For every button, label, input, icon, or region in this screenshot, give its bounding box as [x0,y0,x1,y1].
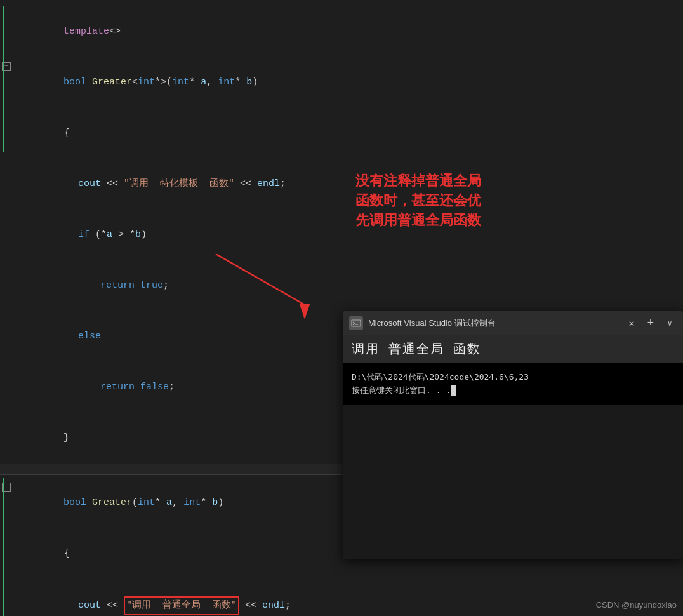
terminal-body: D:\代码\2024代码\2024code\2024.6\6,23 按任意键关闭… [343,363,683,405]
svg-rect-1 [352,320,361,326]
code-line: } [0,413,355,464]
code-line: return true; [0,260,355,311]
code-line-highlighted: cout << "调用 普通全局 函数" << endl; [0,579,355,616]
annotation: 没有注释掉普通全局函数时，甚至还会优先调用普通全局函数 [355,171,533,230]
code-line: { [0,528,355,579]
annotation-text: 没有注释掉普通全局函数时，甚至还会优先调用普通全局函数 [355,171,533,230]
code-line: template<> [0,6,355,57]
cursor [451,385,456,396]
section-separator [0,464,355,475]
section2: − bool Greater(int* a, int* b) { cout <<… [0,475,355,616]
terminal-title: Microsoft Visual Studio 调试控制台 [368,318,620,329]
code-line: if (*a > *b) [0,210,355,260]
code-line: cout << "调用 特化模板 函数" << endl; [0,159,355,210]
terminal-titlebar: Microsoft Visual Studio 调试控制台 ✕ + ∨ [343,311,683,335]
close-button[interactable]: ✕ [625,316,639,330]
watermark: CSDN @nuyundoxiao [596,600,677,610]
chevron-button[interactable]: ∨ [663,316,677,330]
code-editor: template<> − bool Greater<int*>(int* a, … [0,0,355,616]
terminal-app-icon [349,316,363,330]
template-keyword: template [63,26,109,37]
highlighted-string: "调用 普通全局 函数" [124,596,239,615]
code-line: else [0,311,355,362]
terminal-output-line: 调用 普通全局 函数 [343,335,683,363]
section1: template<> − bool Greater<int*>(int* a, … [0,6,355,464]
code-line: return false; [0,362,355,413]
terminal-window[interactable]: Microsoft Visual Studio 调试控制台 ✕ + ∨ 调用 普… [343,311,683,559]
terminal-path: D:\代码\2024代码\2024code\2024.6\6,23 按任意键关闭… [352,371,674,398]
code-line: − bool Greater<int*>(int* a, int* b) [0,57,355,108]
code-line: − bool Greater(int* a, int* b) [0,478,355,528]
add-button[interactable]: + [644,316,658,330]
code-line: { [0,108,355,159]
